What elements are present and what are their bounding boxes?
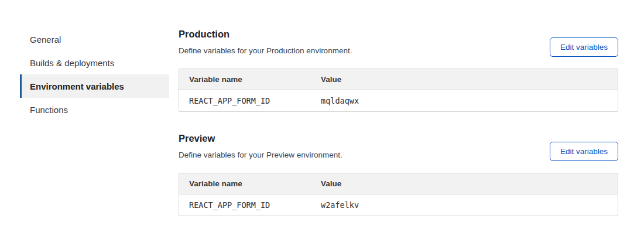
preview-section: Preview Define variables for your Previe…	[179, 132, 618, 216]
table-row: REACT_APP_FORM_ID w2afelkv	[179, 194, 618, 216]
table-header-row: Variable name Value	[179, 173, 618, 194]
column-header-variable-name: Variable name	[179, 75, 311, 84]
table-header-row: Variable name Value	[179, 69, 618, 90]
sidebar-item-functions[interactable]: Functions	[20, 98, 169, 121]
variable-value-cell: w2afelkv	[311, 200, 359, 210]
table-row: REACT_APP_FORM_ID mqldaqwx	[179, 90, 618, 111]
column-header-value: Value	[311, 75, 341, 84]
sidebar-item-environment-variables[interactable]: Environment variables	[20, 74, 169, 98]
column-header-variable-name: Variable name	[179, 179, 311, 188]
sidebar-item-general[interactable]: General	[20, 28, 169, 51]
sidebar-item-builds-deployments[interactable]: Builds & deployments	[20, 51, 169, 74]
settings-sidebar: General Builds & deployments Environment…	[20, 28, 169, 121]
preview-variables-table: Variable name Value REACT_APP_FORM_ID w2…	[179, 173, 618, 216]
column-header-value: Value	[311, 179, 341, 188]
production-edit-variables-button[interactable]: Edit variables	[550, 37, 618, 57]
variable-name-cell: REACT_APP_FORM_ID	[179, 96, 311, 105]
production-section: Production Define variables for your Pro…	[179, 28, 618, 112]
production-variables-table: Variable name Value REACT_APP_FORM_ID mq…	[179, 69, 618, 112]
preview-edit-variables-button[interactable]: Edit variables	[550, 142, 618, 161]
environment-variables-page: { "sidebar": { "items": [ { "label": "Ge…	[0, 0, 644, 246]
variable-name-cell: REACT_APP_FORM_ID	[179, 200, 311, 210]
variable-value-cell: mqldaqwx	[311, 96, 359, 105]
